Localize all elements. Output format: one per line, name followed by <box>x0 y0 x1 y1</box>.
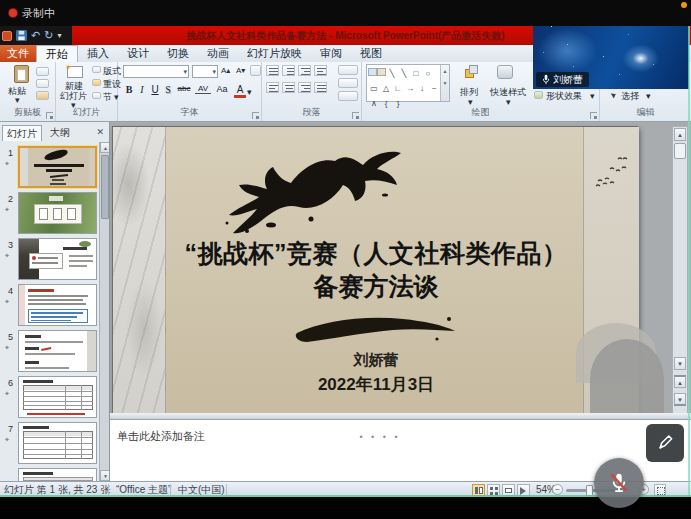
justify-button[interactable] <box>314 82 327 93</box>
increase-indent-button[interactable] <box>314 65 327 76</box>
tab-insert[interactable]: 插入 <box>78 45 118 62</box>
grow-font-button[interactable]: A▴ <box>221 66 230 75</box>
scroll-thumb[interactable] <box>674 143 686 159</box>
shrink-font-button[interactable]: A▾ <box>236 66 245 75</box>
shape-texture-icon[interactable] <box>377 68 386 76</box>
powerpoint-icon[interactable] <box>2 31 12 41</box>
slide-title-line2[interactable]: 备赛方法谈 <box>133 270 619 303</box>
qat-customize-caret-icon[interactable]: ▾ <box>57 31 61 40</box>
notes-placeholder[interactable]: 单击此处添加备注 <box>117 429 205 444</box>
panel-scrollbar[interactable]: ▲ ▼ <box>99 142 110 481</box>
slide-thumbnail-3[interactable] <box>18 238 97 280</box>
slide-thumbnail-6[interactable] <box>18 376 97 418</box>
slide-thumbnail-8[interactable] <box>18 468 97 481</box>
strikethrough-button[interactable]: abc <box>175 84 193 93</box>
align-right-button[interactable] <box>298 82 311 93</box>
art <box>81 431 82 459</box>
slide-date[interactable]: 2022年11月3日 <box>133 373 619 396</box>
shape-curve-icon[interactable]: ~ <box>428 83 440 95</box>
undo-button[interactable]: ↶ <box>31 26 40 45</box>
copy-button[interactable] <box>36 79 49 88</box>
slide-thumbnail-4[interactable] <box>18 284 97 326</box>
paragraph-dialog-launcher[interactable] <box>352 112 359 119</box>
text-direction-button[interactable] <box>338 65 358 75</box>
align-center-button[interactable] <box>282 82 295 93</box>
tab-transitions[interactable]: 切换 <box>158 45 198 62</box>
slide-title-line1[interactable]: “挑战杯”竞赛（人文社科类作品） <box>133 237 619 270</box>
splitter-handle-dots-icon[interactable]: • • • • <box>320 432 440 442</box>
italic-button[interactable]: I <box>136 84 148 95</box>
shapes-gallery[interactable]: ╲╲□○ ▭△∟→↓~ ∧{} ▲ ▼ <box>366 64 450 102</box>
font-dialog-launcher[interactable] <box>252 112 259 119</box>
slide-canvas[interactable]: “挑战杯”竞赛（人文社科类作品） 备赛方法谈 刘娇蕾 2022年11月3日 <box>112 126 638 414</box>
tab-slideshow[interactable]: 幻灯片放映 <box>238 45 311 62</box>
divider <box>226 484 227 495</box>
scroll-down-icon[interactable]: ▼ <box>674 357 686 370</box>
paste-caret-icon: ▾ <box>15 95 20 105</box>
shape-triangle-icon[interactable]: △ <box>380 83 392 95</box>
cut-button[interactable] <box>36 67 49 76</box>
arrange-icon <box>464 65 480 81</box>
scroll-up-icon[interactable]: ▲ <box>674 128 686 141</box>
shapes-gallery-scroll[interactable]: ▲ ▼ <box>440 65 449 101</box>
redo-button[interactable]: ↻ <box>44 26 53 45</box>
shapes-scroll-up-icon[interactable]: ▲ <box>441 65 449 77</box>
shape-elbow-icon[interactable]: ∟ <box>392 83 404 95</box>
paste-button[interactable]: 粘贴 ▾ <box>6 65 30 103</box>
tab-home[interactable]: 开始 <box>36 45 78 62</box>
font-size-combo[interactable]: ▾ <box>192 65 218 78</box>
slide-thumbnail-5[interactable] <box>18 330 97 372</box>
next-slide-button[interactable]: ▼ <box>674 393 686 406</box>
slide-thumbnail-1[interactable] <box>18 146 97 188</box>
decrease-indent-button[interactable] <box>298 65 311 76</box>
convert-smartart-button[interactable] <box>338 91 358 101</box>
editor-scrollbar[interactable]: ▲ ▼ ▲ ▼ <box>672 126 688 416</box>
shapes-scroll-down-icon[interactable]: ▼ <box>441 77 449 89</box>
shape-picture-icon[interactable] <box>368 68 377 76</box>
previous-slide-button[interactable]: ▲ <box>674 375 686 388</box>
underline-button[interactable]: U <box>149 84 161 95</box>
shape-arrow-right-icon[interactable]: → <box>404 83 416 95</box>
align-text-button[interactable] <box>338 78 358 88</box>
panel-tab-slides[interactable]: 幻灯片 <box>2 125 42 141</box>
font-name-combo[interactable]: ▾ <box>123 65 189 78</box>
panel-tab-outline[interactable]: 大纲 <box>44 125 76 141</box>
tab-view[interactable]: 视图 <box>351 45 391 62</box>
shape-rect-icon[interactable]: □ <box>410 68 422 80</box>
shape-line-icon[interactable]: ╲ <box>386 68 398 80</box>
slide-author[interactable]: 刘娇蕾 <box>133 351 619 370</box>
font-color-button[interactable]: A <box>234 84 246 98</box>
text-shadow-button[interactable]: S <box>162 84 174 95</box>
slide-thumbnail-7[interactable] <box>18 422 97 464</box>
panel-scroll-up-icon[interactable]: ▲ <box>100 142 110 153</box>
shape-roundrect-icon[interactable]: ▭ <box>368 83 380 95</box>
numbering-button[interactable] <box>282 65 295 76</box>
shape-oval-icon[interactable]: ○ <box>422 68 434 80</box>
microphone-muted-button[interactable] <box>594 458 644 508</box>
clear-formatting-button[interactable] <box>250 65 261 76</box>
character-spacing-button[interactable]: AV <box>195 84 211 94</box>
tab-file[interactable]: 文件 <box>0 45 36 62</box>
bullets-button[interactable] <box>266 65 279 76</box>
tab-review[interactable]: 审阅 <box>311 45 351 62</box>
panel-scroll-down-icon[interactable]: ▼ <box>100 470 110 481</box>
slide-thumbnail-2[interactable] <box>18 192 97 234</box>
align-left-button[interactable] <box>266 82 279 93</box>
format-painter-button[interactable] <box>36 91 49 100</box>
annotate-pen-button[interactable] <box>646 424 684 462</box>
drawing-dialog-launcher[interactable] <box>590 112 597 119</box>
art <box>23 426 49 429</box>
tab-design[interactable]: 设计 <box>118 45 158 62</box>
save-icon[interactable] <box>16 30 27 41</box>
panel-scroll-thumb[interactable] <box>101 155 109 219</box>
zoom-out-button[interactable]: − <box>552 484 563 495</box>
bold-button[interactable]: B <box>123 84 135 95</box>
tab-animations[interactable]: 动画 <box>198 45 238 62</box>
font-color-caret-icon[interactable]: ▾ <box>247 87 252 97</box>
new-slide-button[interactable]: ✶ 新建 幻灯片 ▾ <box>58 64 90 106</box>
change-case-button[interactable]: Aa <box>214 84 230 94</box>
panel-close-icon[interactable]: ✕ <box>96 127 104 137</box>
shape-arrow-down-icon[interactable]: ↓ <box>416 83 428 95</box>
shape-line2-icon[interactable]: ╲ <box>398 68 410 80</box>
clipboard-dialog-launcher[interactable] <box>46 112 53 119</box>
